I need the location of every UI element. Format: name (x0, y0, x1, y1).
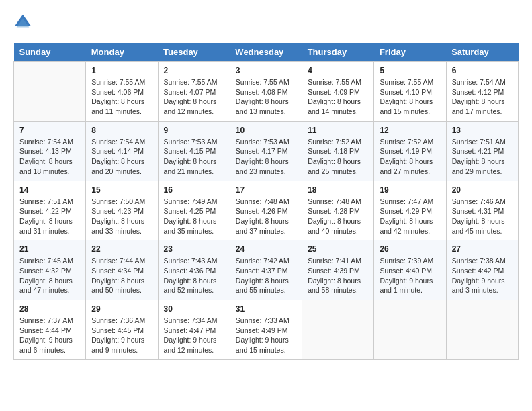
day-info: Sunrise: 7:41 AM Sunset: 4:39 PM Dayligh… (308, 256, 368, 295)
calendar-cell: 22Sunrise: 7:44 AM Sunset: 4:34 PM Dayli… (86, 240, 158, 300)
calendar-cell: 31Sunrise: 7:33 AM Sunset: 4:49 PM Dayli… (230, 300, 302, 360)
calendar-cell: 15Sunrise: 7:50 AM Sunset: 4:23 PM Dayli… (86, 181, 158, 240)
day-number: 25 (308, 244, 368, 254)
day-info: Sunrise: 7:36 AM Sunset: 4:45 PM Dayligh… (91, 316, 152, 355)
day-number: 10 (236, 126, 296, 135)
day-info: Sunrise: 7:54 AM Sunset: 4:12 PM Dayligh… (452, 77, 513, 117)
calendar-week-2: 7Sunrise: 7:54 AM Sunset: 4:13 PM Daylig… (14, 121, 519, 181)
header-cell-wednesday: Wednesday (230, 43, 302, 62)
header-cell-tuesday: Tuesday (158, 43, 230, 62)
calendar-cell: 3Sunrise: 7:55 AM Sunset: 4:08 PM Daylig… (230, 62, 302, 122)
day-number: 23 (164, 244, 224, 254)
day-info: Sunrise: 7:55 AM Sunset: 4:07 PM Dayligh… (164, 77, 224, 117)
header-cell-sunday: Sunday (14, 43, 86, 62)
day-info: Sunrise: 7:51 AM Sunset: 4:22 PM Dayligh… (19, 197, 80, 236)
day-info: Sunrise: 7:47 AM Sunset: 4:29 PM Dayligh… (380, 197, 440, 236)
day-info: Sunrise: 7:55 AM Sunset: 4:06 PM Dayligh… (91, 77, 152, 117)
calendar-cell: 19Sunrise: 7:47 AM Sunset: 4:29 PM Dayli… (374, 181, 446, 240)
day-info: Sunrise: 7:44 AM Sunset: 4:34 PM Dayligh… (91, 256, 152, 295)
day-info: Sunrise: 7:48 AM Sunset: 4:26 PM Dayligh… (236, 197, 296, 236)
day-info: Sunrise: 7:53 AM Sunset: 4:15 PM Dayligh… (164, 137, 224, 177)
calendar-header: SundayMondayTuesdayWednesdayThursdayFrid… (14, 43, 519, 62)
header-cell-thursday: Thursday (302, 43, 374, 62)
calendar-cell: 20Sunrise: 7:46 AM Sunset: 4:31 PM Dayli… (446, 181, 518, 240)
day-number: 4 (308, 66, 368, 75)
day-info: Sunrise: 7:46 AM Sunset: 4:31 PM Dayligh… (452, 197, 513, 236)
calendar-week-3: 14Sunrise: 7:51 AM Sunset: 4:22 PM Dayli… (14, 181, 519, 240)
calendar-cell: 28Sunrise: 7:37 AM Sunset: 4:44 PM Dayli… (14, 300, 86, 360)
calendar-cell: 27Sunrise: 7:38 AM Sunset: 4:42 PM Dayli… (446, 240, 518, 300)
day-info: Sunrise: 7:39 AM Sunset: 4:40 PM Dayligh… (380, 256, 440, 295)
calendar-cell: 2Sunrise: 7:55 AM Sunset: 4:07 PM Daylig… (158, 62, 230, 122)
day-number: 2 (164, 66, 224, 75)
calendar-cell: 9Sunrise: 7:53 AM Sunset: 4:15 PM Daylig… (158, 121, 230, 181)
calendar-cell (374, 300, 446, 360)
calendar-cell: 23Sunrise: 7:43 AM Sunset: 4:36 PM Dayli… (158, 240, 230, 300)
day-info: Sunrise: 7:54 AM Sunset: 4:13 PM Dayligh… (19, 137, 80, 177)
calendar-cell: 6Sunrise: 7:54 AM Sunset: 4:12 PM Daylig… (446, 62, 518, 122)
calendar-cell: 10Sunrise: 7:53 AM Sunset: 4:17 PM Dayli… (230, 121, 302, 181)
calendar-cell: 25Sunrise: 7:41 AM Sunset: 4:39 PM Dayli… (302, 240, 374, 300)
day-info: Sunrise: 7:52 AM Sunset: 4:19 PM Dayligh… (380, 137, 440, 177)
day-number: 7 (19, 126, 80, 135)
calendar-cell: 17Sunrise: 7:48 AM Sunset: 4:26 PM Dayli… (230, 181, 302, 240)
day-info: Sunrise: 7:38 AM Sunset: 4:42 PM Dayligh… (452, 256, 513, 295)
day-info: Sunrise: 7:54 AM Sunset: 4:14 PM Dayligh… (91, 137, 152, 177)
calendar-cell: 30Sunrise: 7:34 AM Sunset: 4:47 PM Dayli… (158, 300, 230, 360)
day-number: 5 (380, 66, 440, 75)
header-cell-friday: Friday (374, 43, 446, 62)
calendar-cell: 7Sunrise: 7:54 AM Sunset: 4:13 PM Daylig… (14, 121, 86, 181)
calendar-week-4: 21Sunrise: 7:45 AM Sunset: 4:32 PM Dayli… (14, 240, 519, 300)
calendar-cell (446, 300, 518, 360)
day-number: 28 (19, 304, 80, 314)
calendar-cell: 29Sunrise: 7:36 AM Sunset: 4:45 PM Dayli… (86, 300, 158, 360)
day-number: 26 (380, 244, 440, 254)
calendar-cell: 18Sunrise: 7:48 AM Sunset: 4:28 PM Dayli… (302, 181, 374, 240)
day-info: Sunrise: 7:55 AM Sunset: 4:08 PM Dayligh… (236, 77, 296, 117)
day-number: 8 (91, 126, 152, 135)
calendar-table: SundayMondayTuesdayWednesdayThursdayFrid… (13, 43, 519, 360)
day-number: 9 (164, 126, 224, 135)
day-number: 22 (91, 244, 152, 254)
day-info: Sunrise: 7:52 AM Sunset: 4:18 PM Dayligh… (308, 137, 368, 177)
calendar-cell: 8Sunrise: 7:54 AM Sunset: 4:14 PM Daylig… (86, 121, 158, 181)
header-cell-saturday: Saturday (446, 43, 518, 62)
calendar-cell: 12Sunrise: 7:52 AM Sunset: 4:19 PM Dayli… (374, 121, 446, 181)
calendar-body: 1Sunrise: 7:55 AM Sunset: 4:06 PM Daylig… (14, 62, 519, 360)
calendar-cell: 11Sunrise: 7:52 AM Sunset: 4:18 PM Dayli… (302, 121, 374, 181)
logo (13, 13, 35, 32)
day-number: 29 (91, 304, 152, 314)
logo-icon (13, 13, 32, 32)
day-info: Sunrise: 7:33 AM Sunset: 4:49 PM Dayligh… (236, 316, 296, 355)
day-number: 13 (452, 126, 513, 135)
day-info: Sunrise: 7:55 AM Sunset: 4:10 PM Dayligh… (380, 77, 440, 117)
day-info: Sunrise: 7:53 AM Sunset: 4:17 PM Dayligh… (236, 137, 296, 177)
day-number: 31 (236, 304, 296, 314)
day-number: 27 (452, 244, 513, 254)
calendar-week-5: 28Sunrise: 7:37 AM Sunset: 4:44 PM Dayli… (14, 300, 519, 360)
day-info: Sunrise: 7:55 AM Sunset: 4:09 PM Dayligh… (308, 77, 368, 117)
day-number: 18 (308, 185, 368, 195)
day-info: Sunrise: 7:51 AM Sunset: 4:21 PM Dayligh… (452, 137, 513, 177)
day-number: 19 (380, 185, 440, 195)
calendar-cell: 5Sunrise: 7:55 AM Sunset: 4:10 PM Daylig… (374, 62, 446, 122)
calendar-cell: 4Sunrise: 7:55 AM Sunset: 4:09 PM Daylig… (302, 62, 374, 122)
day-number: 1 (91, 66, 152, 75)
day-number: 17 (236, 185, 296, 195)
day-info: Sunrise: 7:49 AM Sunset: 4:25 PM Dayligh… (164, 197, 224, 236)
calendar-cell: 1Sunrise: 7:55 AM Sunset: 4:06 PM Daylig… (86, 62, 158, 122)
day-number: 12 (380, 126, 440, 135)
day-number: 11 (308, 126, 368, 135)
day-number: 6 (452, 66, 513, 75)
day-info: Sunrise: 7:48 AM Sunset: 4:28 PM Dayligh… (308, 197, 368, 236)
calendar-cell: 26Sunrise: 7:39 AM Sunset: 4:40 PM Dayli… (374, 240, 446, 300)
calendar-cell: 14Sunrise: 7:51 AM Sunset: 4:22 PM Dayli… (14, 181, 86, 240)
day-info: Sunrise: 7:50 AM Sunset: 4:23 PM Dayligh… (91, 197, 152, 236)
header-cell-monday: Monday (86, 43, 158, 62)
calendar-cell: 16Sunrise: 7:49 AM Sunset: 4:25 PM Dayli… (158, 181, 230, 240)
day-number: 20 (452, 185, 513, 195)
day-info: Sunrise: 7:37 AM Sunset: 4:44 PM Dayligh… (19, 316, 80, 355)
day-info: Sunrise: 7:34 AM Sunset: 4:47 PM Dayligh… (164, 316, 224, 355)
day-number: 14 (19, 185, 80, 195)
day-info: Sunrise: 7:42 AM Sunset: 4:37 PM Dayligh… (236, 256, 296, 295)
